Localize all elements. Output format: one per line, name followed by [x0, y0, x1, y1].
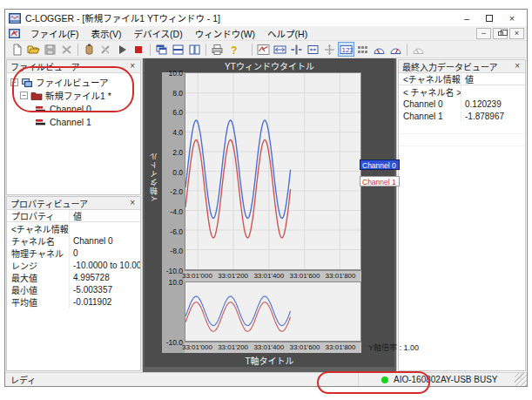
tile-horizontal-button[interactable] — [170, 42, 186, 57]
device-settings-icon — [99, 44, 112, 56]
overview-y-ticks: 10.0-10.0 — [162, 281, 185, 353]
overview-axis-strip — [145, 281, 162, 353]
window-title: C-LOGGER - [新規ファイル1 YTウィンドウ - 1] — [25, 11, 455, 24]
menu-window[interactable]: ウィンドウ(W) — [189, 26, 261, 40]
legend: Channel 0 Channel 1 — [361, 72, 394, 281]
property-value: -5.003357 — [70, 285, 140, 295]
meter-disabled-icon — [412, 44, 425, 56]
tree-file[interactable]: − 新規ファイル1 * — [9, 89, 138, 102]
file-viewer-panel: ファイルビューア × − ファイルビューア − 新規ファイル1 * — [6, 59, 141, 195]
meter-view-button[interactable] — [371, 42, 387, 57]
table-row[interactable]: 平均値-0.011902 — [7, 295, 140, 308]
close-button[interactable]: × — [501, 10, 523, 25]
device-settings-button[interactable] — [98, 42, 114, 57]
column-value: 値 — [70, 210, 140, 222]
tree-channel-1-label: Channel 1 — [50, 117, 91, 127]
pan-button[interactable] — [321, 42, 338, 57]
zoom-extents-button[interactable] — [305, 42, 321, 57]
tree-channel-0-label: Channel 0 — [50, 104, 91, 114]
start-button[interactable] — [114, 42, 131, 57]
fit-horizontal-button[interactable] — [272, 42, 288, 57]
data-viewer-title: 最終入力データビューア — [402, 60, 513, 73]
help-button[interactable]: ? — [226, 42, 242, 57]
table-row[interactable]: チャネル名Channel 0 — [7, 234, 140, 247]
file-folder-icon — [30, 91, 43, 101]
meter-view-icon — [373, 44, 386, 56]
stop-button[interactable] — [131, 42, 147, 57]
status-ready: レディ — [5, 373, 358, 386]
property-name: チャネル名 — [7, 234, 70, 247]
mdi-minimize-button[interactable]: – — [476, 28, 491, 39]
table-row[interactable]: 最大値4.995728 — [7, 271, 140, 283]
minimize-button[interactable]: – — [455, 10, 478, 25]
list-view-icon — [356, 44, 369, 56]
document-window-icon — [9, 29, 20, 38]
property-value: Channel 0 — [70, 236, 140, 246]
property-value: 4.995728 — [70, 273, 140, 282]
property-name: <チャネル情報> — [7, 222, 70, 235]
mdi-restore-button[interactable] — [493, 28, 508, 39]
device-icon — [83, 44, 96, 56]
menu-view[interactable]: 表示(V) — [84, 26, 127, 40]
table-subheader: < チャネル名 > — [399, 85, 525, 98]
table-row[interactable]: <チャネル情報> — [7, 222, 140, 234]
y-axis-ticks: 10.08.06.04.02.00.0-2.0-4.0-6.0-8.0-10.0 — [162, 72, 185, 281]
overview-plot[interactable] — [185, 281, 361, 342]
resize-grip[interactable] — [515, 373, 527, 386]
collapse-icon[interactable]: − — [10, 78, 18, 86]
table-row[interactable]: 最小値-5.003357 — [7, 283, 140, 295]
cascade-windows-button[interactable] — [153, 42, 170, 57]
digital-view-button[interactable]: 123 — [338, 42, 354, 57]
legend-channel-0[interactable]: Channel 0 — [360, 159, 400, 170]
menu-help[interactable]: ヘルプ(H) — [261, 26, 313, 40]
close-icon[interactable]: × — [513, 62, 522, 71]
start-icon — [116, 44, 129, 56]
new-file-icon — [10, 44, 24, 56]
table-row[interactable]: Channel 1-1.878967 — [399, 110, 525, 122]
file-tree: − ファイルビューア − 新規ファイル1 * Channel 0 — [7, 73, 140, 131]
tree-root[interactable]: − ファイルビューア — [9, 76, 138, 89]
meter-disabled-button[interactable] — [410, 42, 427, 57]
center-line-icon — [290, 44, 303, 56]
tree-channel-1[interactable]: Channel 1 — [9, 115, 138, 128]
property-value: -10.0000 to 10.0000 V — [70, 261, 140, 270]
table-row[interactable]: 物理チャネル0 — [7, 247, 140, 259]
property-name: 最大値 — [7, 271, 70, 284]
property-name: 平均値 — [7, 295, 70, 308]
save-button[interactable] — [42, 42, 58, 57]
tile-vertical-button[interactable] — [186, 42, 203, 57]
close-icon[interactable]: × — [128, 199, 137, 207]
status-bar: レディ AIO-160802AY-USB BUSY — [5, 372, 527, 386]
close-icon[interactable]: × — [128, 62, 137, 71]
main-plot[interactable] — [185, 72, 361, 270]
bar-view-button[interactable] — [387, 42, 404, 57]
help-icon: ? — [227, 44, 240, 56]
legend-channel-1[interactable]: Channel 1 — [360, 176, 400, 186]
open-file-button[interactable] — [25, 42, 42, 57]
menu-file[interactable]: ファイル(F) — [24, 26, 84, 40]
device-status-dot — [381, 376, 388, 383]
center-line-button[interactable] — [288, 42, 305, 57]
digital-view-icon: 123 — [340, 44, 353, 56]
print-button[interactable] — [209, 42, 226, 57]
yt-window-button[interactable] — [255, 42, 272, 57]
table-row[interactable]: レンジ-10.0000 to 10.0000 V — [7, 259, 140, 271]
device-status: AIO-160802AY-USB BUSY — [358, 373, 515, 386]
y-axis-title: Y軸タイトル — [148, 152, 159, 201]
menu-device[interactable]: デバイス(D) — [127, 26, 188, 40]
new-file-button[interactable] — [9, 42, 25, 57]
channel-name: Channel 1 — [399, 112, 461, 121]
mdi-close-button[interactable]: × — [509, 28, 524, 39]
collapse-icon[interactable]: − — [20, 92, 28, 99]
right-dock: 最終入力データビューア × <チャネル情報> 値 < チャネル名 > Chann… — [396, 58, 527, 372]
left-dock: ファイルビューア × − ファイルビューア − 新規ファイル1 * — [5, 58, 143, 372]
yt-window: YTウィンドウタイトル Y軸タイトル 10.08.06.04.02.00.0-2… — [145, 58, 394, 367]
maximize-button[interactable] — [478, 10, 501, 25]
fit-horizontal-icon — [273, 44, 286, 56]
delete-button[interactable] — [58, 42, 75, 57]
device-button[interactable] — [81, 42, 98, 57]
tree-channel-0[interactable]: Channel 0 — [9, 102, 138, 115]
list-view-button[interactable] — [354, 42, 371, 57]
table-row[interactable]: Channel 00.120239 — [399, 98, 525, 110]
column-value: 値 — [461, 73, 525, 85]
